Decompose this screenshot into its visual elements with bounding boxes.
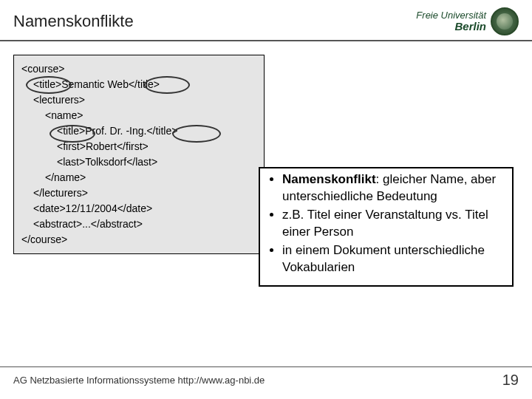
slide-title: Namenskonflikte [13,12,134,31]
code-line: </course> [21,232,256,248]
slide-footer: AG Netzbasierte Informationssysteme http… [0,366,532,389]
bullet-list: Namenskonflikt: gleicher Name, aber unte… [266,171,506,276]
text-callout-box: Namenskonflikt: gleicher Name, aber unte… [259,167,514,287]
highlight-circle [172,125,221,143]
highlight-circle [144,76,190,94]
slide-header: Namenskonflikte Freie Universität Berlin [0,0,532,41]
seal-icon [491,7,519,35]
page-number: 19 [502,372,519,389]
code-line: <first>Robert</first> [21,139,256,154]
logo-text: Freie Universität Berlin [416,10,486,33]
code-line: <abstract>...</abstract> [21,216,256,232]
bullet-item: Namenskonflikt: gleicher Name, aber unte… [282,171,506,205]
footer-text: AG Netzbasierte Informationssysteme http… [13,375,265,386]
slide-body: <course> <title>Semantic Web</title> <le… [0,41,532,254]
bullet-item: in einem Dokument unterschiedliche Vokab… [282,242,506,276]
code-line: <date>12/11/2004</date> [21,201,256,216]
code-line: </lecturers> [21,185,256,201]
xml-code-box: <course> <title>Semantic Web</title> <le… [13,55,265,254]
code-line: <course> [21,61,256,77]
university-logo: Freie Universität Berlin [416,7,519,35]
code-line: <last>Tolksdorf</last> [21,154,256,170]
code-line: <name> [21,108,256,123]
code-line: <lecturers> [21,92,256,108]
highlight-circle [50,125,95,143]
highlight-circle [26,76,72,94]
code-line: </name> [21,170,256,185]
bullet-item: z.B. Titel einer Veranstaltung vs. Titel… [282,207,506,241]
